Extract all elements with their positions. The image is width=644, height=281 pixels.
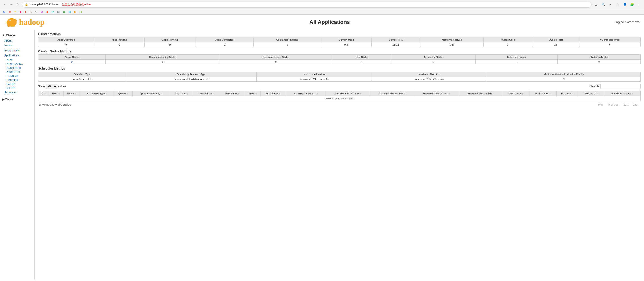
cluster-metrics-value: 0 — [254, 42, 321, 47]
data-table-header[interactable]: FinalStatus ⇅ — [260, 91, 286, 96]
share-button[interactable]: ↗ — [607, 1, 614, 7]
bookmark-m[interactable]: M — [7, 9, 12, 14]
sort-icon: ⇅ — [279, 93, 281, 95]
bookmark-10[interactable]: ◎ — [56, 9, 61, 14]
sort-icon: ⇅ — [186, 93, 188, 95]
sidebar-cluster-header[interactable]: ▼ Cluster — [0, 32, 34, 38]
last-button[interactable]: Last — [631, 103, 640, 107]
show-label: Show — [38, 85, 45, 88]
cluster-metrics-header: Memory Reserved — [420, 37, 484, 42]
sidebar-item-applications[interactable]: Applications — [0, 53, 34, 58]
data-table-header[interactable]: FinishTime ⇅ — [220, 91, 245, 96]
sort-icon: ⇅ — [572, 93, 574, 95]
data-table-header[interactable]: StartTime ⇅ — [170, 91, 193, 96]
sidebar-item-new-saving[interactable]: NEW_SAVING — [0, 62, 34, 66]
data-table-header[interactable]: Application Priority ⇅ — [132, 91, 170, 96]
data-table-header[interactable]: % of Queue ⇅ — [503, 91, 529, 96]
bookmark-14[interactable]: ◑ — [78, 9, 83, 14]
sidebar-item-running[interactable]: RUNNING — [0, 74, 34, 78]
search-button[interactable]: 🔍 — [600, 1, 606, 7]
back-button[interactable]: ← — [2, 2, 7, 7]
data-table-header[interactable]: Progress ⇅ — [556, 91, 578, 96]
nodes-link[interactable]: 2 — [71, 61, 72, 63]
profile-button[interactable]: 👤 — [622, 1, 628, 7]
browser-chrome: ← → ↻ 🔒 hadoop102:8088/cluster 这里会自动切换成a… — [0, 0, 644, 14]
cluster-metrics-header: Apps Submitted — [38, 37, 94, 42]
bookmark-8[interactable]: ◆ — [45, 9, 50, 14]
cluster-metrics-value: 0 B — [420, 42, 484, 47]
next-button[interactable]: Next — [621, 103, 630, 107]
nodes-metrics-header: Lost Nodes — [332, 54, 392, 60]
sidebar-item-nodes[interactable]: Nodes — [0, 43, 34, 48]
data-table-header[interactable]: ID ⇅ — [38, 91, 49, 96]
bookmark-6[interactable]: ⊙ — [34, 9, 39, 14]
first-button[interactable]: First — [596, 103, 605, 107]
forward-button[interactable]: → — [8, 2, 14, 7]
bookmark-9[interactable]: ⊛ — [50, 9, 55, 14]
sidebar-item-finished[interactable]: FINISHED — [0, 78, 34, 82]
url-hint: 这里会自动切换成active — [62, 3, 91, 6]
data-table-header[interactable]: State ⇅ — [245, 91, 260, 96]
data-table-header[interactable]: Allocated CPU VCores ⇅ — [326, 91, 370, 96]
previous-button[interactable]: Previous — [606, 103, 620, 107]
data-table-header[interactable]: Running Containers ⇅ — [286, 91, 326, 96]
data-table-header[interactable]: Reserved CPU VCores ⇅ — [414, 91, 459, 96]
cluster-metrics-header: VCores Reserved — [579, 37, 641, 42]
data-table-header[interactable]: Blacklisted Nodes ⇅ — [604, 91, 640, 96]
sort-icon: ⇅ — [597, 93, 598, 95]
nodes-metrics-value: 0 — [557, 60, 640, 64]
data-table-header[interactable]: Allocated Memory MB ⇅ — [370, 91, 414, 96]
screenshot-button[interactable]: ⊡ — [593, 1, 599, 7]
bookmark-y[interactable]: Y — [13, 9, 18, 14]
bookmark-13[interactable]: ▶ — [73, 9, 78, 14]
sort-icon: ⇅ — [404, 93, 406, 95]
cluster-metrics-value: 0 — [579, 42, 641, 47]
bookmark-5[interactable]: ⬡ — [28, 9, 33, 14]
sidebar-item-scheduler[interactable]: Scheduler — [0, 90, 34, 95]
data-table-body: No data available in table — [38, 96, 641, 101]
cluster-metrics-header: VCores Used — [484, 37, 532, 42]
sidebar-item-submitted[interactable]: SUBMITTED — [0, 66, 34, 70]
data-table-header[interactable]: User ⇅ — [49, 91, 64, 96]
sidebar-item-node-labels[interactable]: Node Labels — [0, 48, 34, 53]
bookmark-3[interactable]: ◀ — [18, 9, 23, 14]
entries-select[interactable]: 102050100 — [46, 84, 57, 89]
sidebar-item-about[interactable]: About — [0, 38, 34, 43]
refresh-button[interactable]: ↻ — [15, 2, 20, 7]
sidebar-item-accepted[interactable]: ACCEPTED — [0, 70, 34, 74]
data-table-header[interactable]: Queue ⇅ — [114, 91, 132, 96]
cluster-metrics-value: 0 — [144, 42, 196, 47]
browser-toolbar: ← → ↻ 🔒 hadoop102:8088/cluster 这里会自动切换成a… — [0, 0, 644, 9]
sidebar-item-new[interactable]: NEW — [0, 58, 34, 62]
app-container: hadoop All Applications Logged in as: dr… — [0, 14, 644, 280]
data-table-header[interactable]: % of Cluster ⇅ — [530, 91, 556, 96]
extension-button[interactable]: 🧩 — [629, 1, 635, 7]
bookmark-4[interactable]: ● — [23, 9, 28, 14]
sidebar-item-killed[interactable]: KILLED — [0, 86, 34, 90]
bookmark-g[interactable]: G — [2, 9, 7, 14]
data-table-header[interactable]: LaunchTime ⇅ — [193, 91, 220, 96]
data-table-header[interactable]: Name ⇅ — [63, 91, 80, 96]
search-input[interactable] — [600, 84, 641, 89]
data-table-header[interactable]: Application Type ⇅ — [80, 91, 114, 96]
sort-icon: ⇅ — [493, 93, 494, 95]
no-data-message: No data available in table — [38, 96, 641, 101]
table-controls: Show 102050100 entries Search: — [38, 84, 641, 89]
sort-icon: ⇅ — [213, 93, 214, 95]
menu-button[interactable]: ⋮ — [636, 1, 642, 7]
bookmark-7[interactable]: ◈ — [40, 9, 44, 14]
data-table-header[interactable]: Tracking UI ⇅ — [578, 91, 604, 96]
hadoop-logo: hadoop — [4, 16, 44, 28]
data-table-header[interactable]: Reserved Memory MB ⇅ — [459, 91, 503, 96]
pagination-info: Showing 0 to 0 of 0 entries — [39, 103, 71, 106]
bookmark-button[interactable]: ☆ — [614, 1, 621, 7]
bookmark-11[interactable]: ▣ — [61, 9, 67, 14]
pagination-buttons: First Previous Next Last — [596, 103, 640, 107]
sidebar-item-failed[interactable]: FAILED — [0, 82, 34, 86]
cluster-metrics-value: 0 — [38, 42, 94, 47]
data-table-header-row: ID ⇅User ⇅Name ⇅Application Type ⇅Queue … — [38, 91, 641, 96]
bookmark-12[interactable]: ⊕ — [67, 9, 72, 14]
cluster-metrics-header-row: Apps SubmittedApps PendingApps RunningAp… — [38, 37, 641, 42]
url-text: hadoop102:8088/cluster — [30, 3, 59, 6]
sidebar-tools-header[interactable]: ▶ Tools — [0, 96, 34, 102]
